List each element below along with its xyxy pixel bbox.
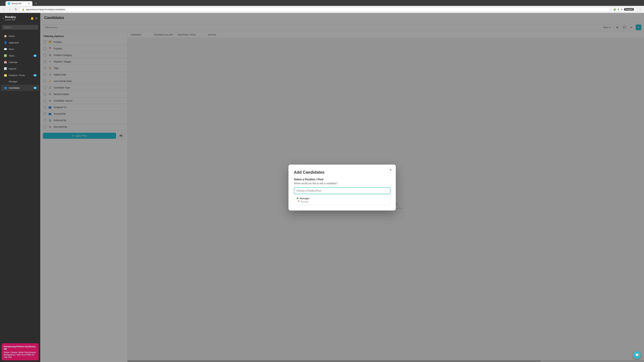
back-btn[interactable]: ← [2,7,6,11]
modal-backdrop[interactable]: ✕ Add Candidates Select a Position / Poo… [40,13,644,362]
promo-banner[interactable]: Introducing Perform by Breezy HR Faster,… [2,343,38,360]
settings-icon[interactable]: ⚙ [35,17,38,20]
reports-icon: 📊 [4,67,7,70]
calendar-icon: 📅 [4,61,7,64]
brand-name: Moodjoy [5,15,16,18]
sidebar-item-candidates[interactable]: 👥 Candidates + [1,85,39,91]
brand-back-icon[interactable]: ‹ [3,17,4,20]
promo-body: Faster, Cleaner, Better Performance Mana… [4,351,36,358]
sidebar-item-label: Manager [9,80,36,83]
browser-menu-btn[interactable]: ⋮ [638,7,642,12]
modal-title: Add Candidates [294,170,390,175]
promo-title: Introducing Perform by Breezy HR [4,345,36,350]
new-tab-btn[interactable]: + [34,1,38,6]
sidebar-item-label: Calendar [9,61,36,63]
sidebar-item-label: Applicants [9,41,36,44]
incognito-badge: Incognito [624,8,634,11]
sidebar-item-label: Home [9,35,36,37]
app: ‹ Moodjoy Lauren Deli 🔔 ⚙ 🏠 Home 👤 Appli [0,13,644,362]
tasks-icon: ✅ [4,54,7,57]
position-dropdown-list: Manager 📍 Remote [294,195,390,205]
add-candidates-modal: ✕ Add Candidates Select a Position / Poo… [288,165,396,211]
sidebar-item-home[interactable]: 🏠 Home [1,33,39,39]
tab-back-btn[interactable]: ‹ [1,1,4,6]
applicants-icon: 👤 [4,41,7,44]
tab-favicon [8,2,10,5]
dropdown-item-manager[interactable]: Manager 📍 Remote [294,195,390,205]
sidebar-item-manager[interactable]: Manager [1,79,39,84]
address-bar-row: ← → ↻ 🔒 app.breezy.hr/app/c/moodjoy/cand… [0,6,644,13]
inbox-icon: ✉️ [4,48,7,51]
modal-subtitle: Select a Position / Pool [294,178,390,181]
forward-btn[interactable]: → [8,7,12,11]
modal-close-button[interactable]: ✕ [388,167,393,173]
browser-chrome: ‹ Breezy HR ✕ + ← → ↻ 🔒 app.breezy.hr/ap… [0,0,644,13]
chat-icon: 💬 [635,353,639,357]
tab-title: Breezy HR [12,2,26,5]
active-tab[interactable]: Breezy HR ✕ [6,1,32,6]
address-text: app.breezy.hr/app/c/moodjoy/candidates [26,8,608,11]
sidebar-item-positions-pools[interactable]: 🗂️ Positions / Pools + [1,72,39,78]
sidebar-search-input[interactable] [2,25,38,30]
sidebar-item-inbox[interactable]: ✉️ Inbox [1,46,39,52]
sidebar-header-icons: 🔔 ⚙ [30,17,38,20]
sidebar-item-label: Positions / Pools [9,74,32,77]
position-search-input[interactable] [294,187,390,194]
candidates-icon: 👥 [4,86,7,89]
sidebar-item-label: Inbox [9,48,36,50]
candidates-badge: + [34,87,36,89]
notification-icon[interactable]: 🔔 [30,17,34,20]
sidebar-item-tasks[interactable]: ✅ Tasks + [1,52,39,59]
extensions-icon[interactable]: 🧩 [613,8,616,11]
sidebar-search-container [0,23,40,31]
sidebar-item-label: Reports [9,67,36,70]
sidebar-item-label: Candidates [9,87,32,89]
position-name-label: Manager [300,197,310,200]
bookmark-icon[interactable]: ☆ [610,8,612,11]
positions-badge: + [34,74,36,76]
tasks-badge: + [34,55,36,57]
address-bar[interactable]: 🔒 app.breezy.hr/app/c/moodjoy/candidates… [19,7,636,12]
status-active-dot [297,197,298,199]
sidebar-item-applicants[interactable]: 👤 Applicants [1,39,39,46]
main-content: Candidates More ▾ 🗑 💬 ✉ + Filtering Opti… [40,13,644,362]
home-icon: 🏠 [4,34,7,37]
sidebar-item-reports[interactable]: 📊 Reports [1,65,39,72]
sidebar-brand: ‹ Moodjoy Lauren Deli [3,15,16,21]
modal-description: Where would you like to add a candidate? [294,182,390,185]
dropdown-item-sub: 📍 Remote [297,200,388,203]
reload-btn[interactable]: ↻ [14,7,18,12]
lock-icon: 🔒 [22,8,25,11]
chat-widget-button[interactable]: 💬 [633,351,641,359]
brand-user: Lauren Deli [5,18,16,21]
sidebar-item-label: Tasks [9,54,32,57]
sidebar-nav: 🏠 Home 👤 Applicants ✉️ Inbox ✅ Tasks + 📅… [0,31,40,342]
location-icon: 📍 [297,200,300,203]
sidebar: ‹ Moodjoy Lauren Deli 🔔 ⚙ 🏠 Home 👤 Appli [0,13,40,362]
tab-bar: ‹ Breezy HR ✕ + [0,0,644,6]
profile-icon[interactable]: ⧉ [621,8,622,11]
dropdown-item-name: Manager [297,197,388,200]
download-icon[interactable]: ⬇ [618,8,620,11]
tab-close-icon[interactable]: ✕ [28,2,30,5]
sidebar-header: ‹ Moodjoy Lauren Deli 🔔 ⚙ [0,13,40,23]
address-icons: ☆ 🧩 ⬇ ⧉ Incognito [610,8,634,11]
positions-pools-icon: 🗂️ [4,74,7,77]
sidebar-item-calendar[interactable]: 📅 Calendar [1,59,39,65]
position-location-label: Remote [301,200,308,203]
